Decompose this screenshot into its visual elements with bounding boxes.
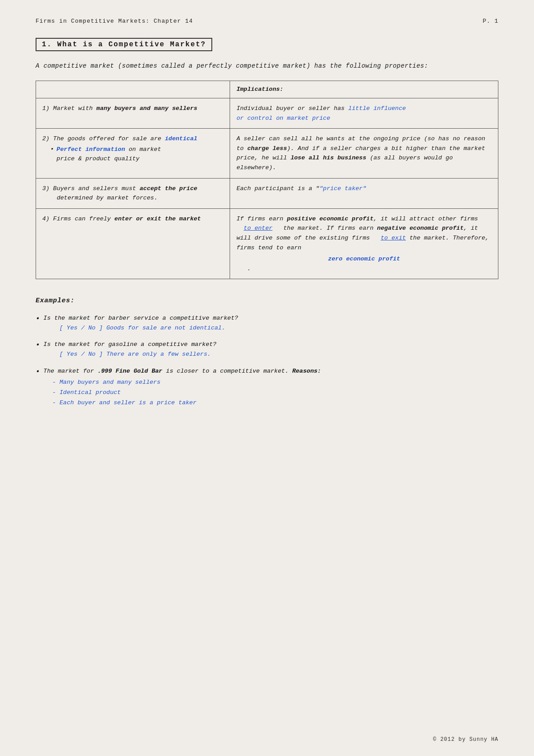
example-question-1: Is the market for barber service a compe… [44,313,238,323]
example-question-2: Is the market for gasoline a competitive… [44,340,217,350]
footer-copyright: © 2012 by Sunny HA [433,736,498,743]
example-item-3: • The market for .999 Fine Gold Bar is c… [36,366,498,408]
table-cell-row4-right: If firms earn positive economic profit, … [230,208,498,279]
table-header-left [36,81,230,98]
sub-item-2: - Identical product [53,388,321,398]
document-title: Firms in Competitive Markets: Chapter 14 [36,18,193,24]
example-bullet-2: • [36,340,40,351]
table-cell-row2-left: 2) The goods offered for sale are identi… [36,129,230,178]
table-cell-row3-right: Each participant is a ""price taker" [230,178,498,208]
examples-section: Examples: • Is the market for barber ser… [36,297,498,408]
example-content-3: The market for .999 Fine Gold Bar is clo… [44,366,321,408]
example-content-1: Is the market for barber service a compe… [44,313,238,333]
table-cell-row1-left: 1) Market with many buyers and many sell… [36,98,230,128]
sub-item-3-text: Each buyer and seller is a price taker [60,398,197,408]
sub-item-3: - Each buyer and seller is a price taker [53,398,321,408]
example-subitems: - Many buyers and many sellers - Identic… [53,378,321,408]
example-question-3: The market for .999 Fine Gold Bar is clo… [44,366,321,376]
section-title: 1. What is a Competitive Market? [36,38,212,51]
table-row-4: 4) Firms can freely enter or exit the ma… [36,208,498,279]
example-bullet-1: • [36,313,40,325]
table-header-implications: Implications: [230,81,498,98]
table-row-2: 2) The goods offered for sale are identi… [36,129,498,178]
section-heading: What is a Competitive Market? [57,41,206,49]
example-bullet-3: • [36,366,40,378]
sub-item-1-text: Many buyers and many sellers [60,378,161,388]
table-cell-row4-left: 4) Firms can freely enter or exit the ma… [36,208,230,279]
table-row-3: 3) Buyers and sellers must accept the pr… [36,178,498,208]
example-item-1: • Is the market for barber service a com… [36,313,498,333]
example-answer-1: [ Yes / No ] Goods for sale are not iden… [60,323,238,333]
section-title-box: 1. What is a Competitive Market? [36,38,498,61]
sub-item-1: - Many buyers and many sellers [53,378,321,388]
table-cell-row2-right: A seller can sell all he wants at the on… [230,129,498,178]
table-header-row: Implications: [36,81,498,98]
sub-item-2-text: Identical product [60,388,121,398]
examples-title: Examples: [36,297,498,305]
table-row-1: 1) Market with many buyers and many sell… [36,98,498,128]
page-header: Firms in Competitive Markets: Chapter 14… [36,18,498,24]
table-cell-row3-left: 3) Buyers and sellers must accept the pr… [36,178,230,208]
example-answer-2: [ Yes / No ] There are only a few seller… [60,350,217,359]
properties-table: Implications: 1) Market with many buyers… [36,81,498,279]
page-number: P. 1 [483,18,498,24]
intro-paragraph: A competitive market (sometimes called a… [36,61,498,71]
table-cell-row1-right: Individual buyer or seller has little in… [230,98,498,128]
example-content-2: Is the market for gasoline a competitive… [44,340,217,359]
section-number: 1. [42,41,52,49]
example-item-2: • Is the market for gasoline a competiti… [36,340,498,359]
